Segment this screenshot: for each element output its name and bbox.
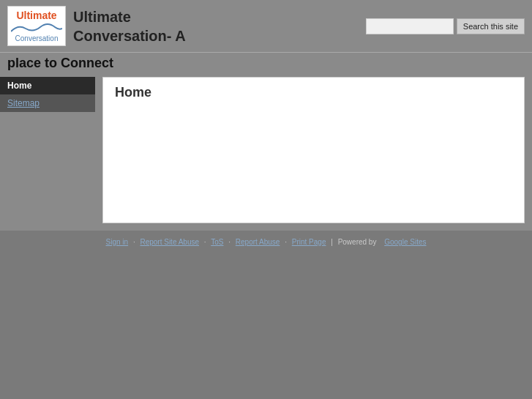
footer-separator-1: · [133,238,135,246]
search-button[interactable]: Search this site [457,18,525,34]
logo-conversation-text: Conversation [15,34,59,42]
footer-tos-link[interactable]: ToS [211,238,223,246]
logo-ultimate-text: Ultimate [16,10,56,21]
footer-sign-in-link[interactable]: Sign in [106,238,129,246]
site-title: Ultimate Conversation- A [73,7,186,45]
footer-powered-label: Powered by [338,238,377,246]
header-left: Ultimate Conversation Ultimate Conversat… [7,6,186,46]
site-title-line1: Ultimate [73,9,131,25]
footer-report-abuse-link[interactable]: Report Site Abuse [140,238,199,246]
content-area: Home [102,77,525,223]
main-layout: Home Sitemap Home [0,77,532,231]
sidebar: Home Sitemap [0,77,95,231]
logo-wave-icon [11,21,62,34]
footer-report-abuse2-link[interactable]: Report Abuse [236,238,280,246]
search-area: Search this site [366,18,525,34]
content-title: Home [115,85,512,100]
site-title-line2: Conversation- A [73,28,186,44]
footer-print-link[interactable]: Print Page [292,238,326,246]
sidebar-item-home[interactable]: Home [0,77,95,94]
search-input[interactable] [366,18,454,34]
footer-google-sites-link[interactable]: Google Sites [384,238,426,246]
footer-separator-3: · [228,238,231,246]
footer-separator-4: · [285,238,287,246]
page-title: place to Connect [7,56,113,70]
header: Ultimate Conversation Ultimate Conversat… [0,0,532,53]
footer: Sign in · Report Site Abuse · ToS · Repo… [0,231,532,253]
page-title-bar: place to Connect [0,53,532,77]
footer-separator-2: · [204,238,206,246]
logo: Ultimate Conversation [7,6,66,46]
sidebar-item-sitemap[interactable]: Sitemap [0,94,95,112]
footer-pipe-separator: | [331,238,334,246]
